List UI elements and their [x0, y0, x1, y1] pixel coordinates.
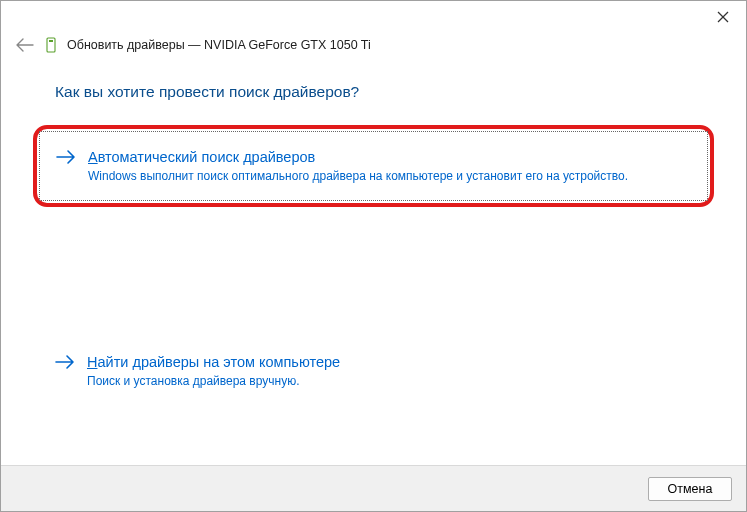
option-browse-desc: Поиск и установка драйвера вручную. [87, 374, 690, 390]
option-browse-computer[interactable]: Найти драйверы на этом компьютере Поиск … [39, 337, 708, 405]
option-auto-title: Автоматический поиск драйверов [88, 148, 689, 167]
header-row: Обновить драйверы — NVIDIA GeForce GTX 1… [1, 33, 746, 65]
arrow-right-icon [55, 354, 75, 374]
device-icon [43, 37, 59, 53]
svg-rect-3 [49, 40, 53, 42]
content-area: Как вы хотите провести поиск драйверов? … [1, 65, 746, 465]
back-button[interactable] [15, 35, 35, 55]
dialog-footer: Отмена [1, 465, 746, 511]
window-title: Обновить драйверы — NVIDIA GeForce GTX 1… [67, 38, 371, 52]
cancel-button[interactable]: Отмена [648, 477, 732, 501]
highlighted-option-frame: Автоматический поиск драйверов Windows в… [33, 125, 714, 207]
option-browse-text: Найти драйверы на этом компьютере Поиск … [87, 353, 690, 389]
driver-update-dialog: Обновить драйверы — NVIDIA GeForce GTX 1… [0, 0, 747, 512]
option-auto-text: Автоматический поиск драйверов Windows в… [88, 148, 689, 184]
option-browse-title: Найти драйверы на этом компьютере [87, 353, 690, 372]
arrow-right-icon [56, 149, 76, 169]
close-icon [717, 11, 729, 23]
page-heading: Как вы хотите провести поиск драйверов? [39, 83, 708, 101]
option-auto-desc: Windows выполнит поиск оптимального драй… [88, 169, 689, 185]
titlebar [1, 1, 746, 33]
option-auto-search[interactable]: Автоматический поиск драйверов Windows в… [39, 131, 708, 201]
close-button[interactable] [700, 1, 746, 33]
back-arrow-icon [16, 38, 34, 52]
